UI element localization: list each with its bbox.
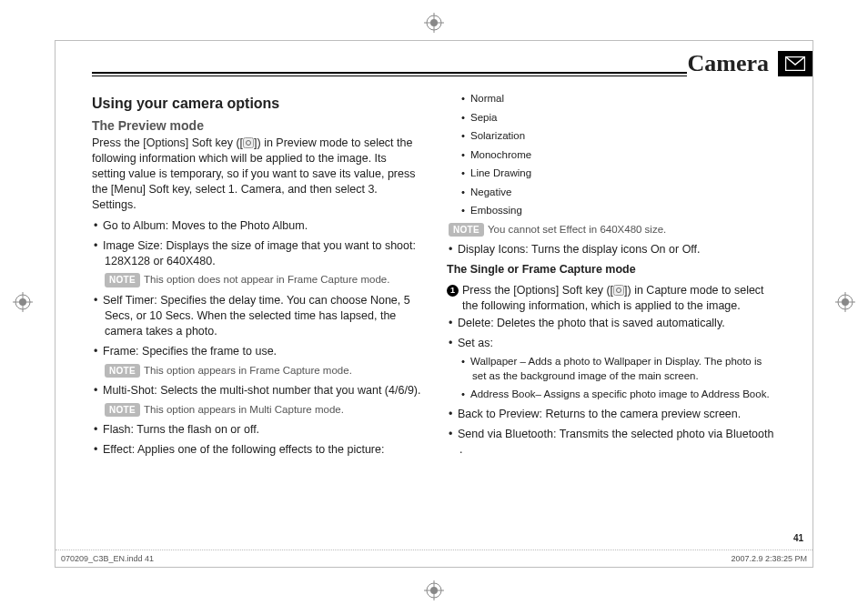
column-right: Normal Sepia Solarization Monochrome Lin… <box>447 90 776 462</box>
softkey-icon <box>613 285 624 296</box>
list-item: Back to Preview: Returns to the camera p… <box>459 407 776 422</box>
print-footer: 070209_C3B_EN.indd 41 2007.2.9 2:38:25 P… <box>56 550 812 567</box>
page-number: 41 <box>793 533 803 543</box>
note-badge: NOTE <box>449 223 484 237</box>
note-line: NOTEThis option appears in Frame Capture… <box>105 364 421 378</box>
list-item: Self Timer: Specifies the delay time. Yo… <box>105 293 421 339</box>
registration-mark-icon <box>13 292 33 312</box>
list-item: Go to Album: Moves to the Photo Album. <box>105 218 421 234</box>
page-title: Camera <box>687 50 769 77</box>
list-item: Line Drawing <box>472 166 776 181</box>
list-item: Monochrome <box>472 148 776 163</box>
intro-paragraph: Press the [Options] Soft key ([]) in Pre… <box>92 136 421 212</box>
column-left: Using your camera options The Preview mo… <box>92 90 421 462</box>
list-item: Wallpaper – Adds a photo to Wallpaper in… <box>472 355 776 383</box>
list-item: Display Icons: Turns the display icons O… <box>459 242 776 257</box>
note-badge: NOTE <box>105 273 140 287</box>
numbered-step: 1 Press the [Options] Soft key ([]) in C… <box>447 283 776 314</box>
list-item: Solarization <box>472 129 776 144</box>
note-badge: NOTE <box>105 364 140 378</box>
list-item: Delete: Deletes the photo that is saved … <box>459 316 776 331</box>
footer-filename: 070209_C3B_EN.indd 41 <box>61 554 154 563</box>
header-rule <box>92 72 776 76</box>
list-item: Negative <box>472 186 776 200</box>
note-line: NOTEYou cannot set Effect in 640X480 siz… <box>449 223 776 237</box>
footer-timestamp: 2007.2.9 2:38:25 PM <box>731 554 807 563</box>
subsection-heading: The Preview mode <box>92 117 421 135</box>
step-number-icon: 1 <box>447 285 459 297</box>
registration-mark-icon <box>835 292 855 312</box>
svg-rect-19 <box>614 285 624 295</box>
list-item: Send via Bluetooth: Transmits the select… <box>459 427 776 458</box>
note-line: NOTEThis option does not appear in Frame… <box>105 273 421 287</box>
section-heading: Using your camera options <box>92 94 421 114</box>
list-item: Sepia <box>472 111 776 126</box>
envelope-icon <box>778 51 812 76</box>
note-badge: NOTE <box>105 403 140 418</box>
registration-mark-icon <box>424 580 444 600</box>
page-header: Camera <box>92 50 776 83</box>
list-item: Image Size: Displays the size of image t… <box>105 238 421 269</box>
list-item: Address Book– Assigns a specific photo i… <box>472 388 776 402</box>
list-item: Normal <box>472 92 776 106</box>
svg-rect-17 <box>244 138 254 148</box>
list-item: Set as: <box>459 336 776 351</box>
softkey-icon <box>243 137 254 148</box>
list-item: Effect: Applies one of the following eff… <box>105 442 421 458</box>
list-item: Flash: Turns the flash on or off. <box>105 422 421 438</box>
subsection-heading: The Single or Frame Capture mode <box>447 262 776 277</box>
list-item: Multi-Shot: Selects the multi-shot numbe… <box>105 383 421 398</box>
note-line: NOTEThis option appears in Multi Capture… <box>105 403 421 418</box>
list-item: Frame: Specifies the frame to use. <box>105 344 421 359</box>
list-item: Embossing <box>472 204 776 218</box>
page-frame: Camera Using your camera options The Pre… <box>55 40 813 568</box>
registration-mark-icon <box>424 13 444 33</box>
